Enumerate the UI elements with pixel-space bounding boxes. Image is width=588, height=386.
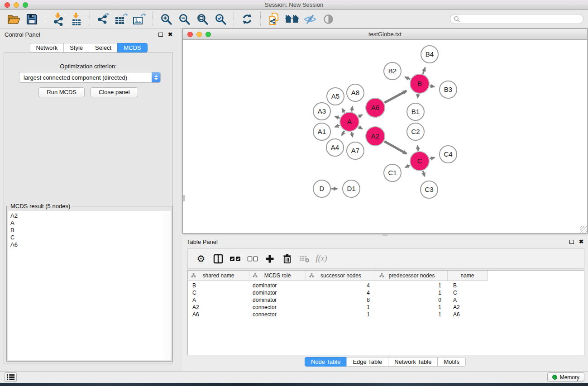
- table-row[interactable]: C dominator 4 1 C: [188, 289, 584, 296]
- tab-network-table[interactable]: Network Table: [388, 357, 438, 367]
- refresh-button[interactable]: [239, 11, 255, 27]
- edge-C-C3[interactable]: [423, 171, 425, 176]
- fx-icon: f(x): [316, 254, 327, 263]
- vertical-scroll-thumb[interactable]: [183, 195, 185, 201]
- save-session-button[interactable]: [24, 11, 39, 27]
- select-all-icon: [229, 256, 241, 262]
- search-input[interactable]: [460, 16, 580, 22]
- float-panel-icon[interactable]: [158, 33, 163, 37]
- edge-A-A1[interactable]: [335, 125, 339, 127]
- edge-C-C4[interactable]: [430, 157, 434, 158]
- cell-shared-name: A2: [188, 304, 249, 311]
- table-row[interactable]: A2 connector 1 1 A2: [188, 304, 584, 311]
- zoom-selected-button[interactable]: [213, 11, 228, 27]
- columns-icon: [213, 254, 223, 264]
- tab-select[interactable]: Select: [89, 43, 118, 52]
- select-all-button[interactable]: [227, 256, 244, 262]
- edge-C-C2[interactable]: [417, 146, 418, 151]
- hide-graphics-button[interactable]: [302, 11, 318, 27]
- zoom-out-button[interactable]: [177, 11, 192, 27]
- edge-A-A2[interactable]: [359, 127, 362, 129]
- column-header-successor-nodes[interactable]: successor nodes: [306, 271, 376, 280]
- column-header-mcds-role[interactable]: MCDS role: [249, 271, 306, 280]
- list-item[interactable]: A6: [10, 241, 171, 248]
- list-item[interactable]: B: [10, 227, 171, 234]
- table-panel: Table Panel ✖ ⚙: [182, 236, 588, 371]
- tab-motifs[interactable]: Motifs: [437, 357, 466, 367]
- deselect-all-icon: [247, 256, 258, 262]
- import-table-button[interactable]: [69, 11, 84, 27]
- control-panel: Control Panel ✖ Network Style Select MCD…: [0, 29, 177, 371]
- column-header-name[interactable]: name: [448, 271, 488, 280]
- export-network-icon: [97, 13, 110, 25]
- edge-A-A6[interactable]: [359, 115, 362, 117]
- clone-network-button[interactable]: [266, 11, 282, 27]
- delete-column-button[interactable]: [278, 254, 296, 264]
- list-item[interactable]: A: [10, 219, 171, 227]
- edge-A-A4[interactable]: [342, 131, 344, 135]
- edge-C-C1[interactable]: [405, 165, 410, 167]
- node-label: A4: [331, 143, 339, 151]
- export-table-button[interactable]: [114, 11, 129, 27]
- export-network-button[interactable]: [96, 11, 111, 27]
- zoom-fit-icon: [196, 13, 209, 25]
- close-panel-icon[interactable]: ✖: [168, 32, 172, 37]
- zoom-fit-button[interactable]: [195, 11, 210, 27]
- network-canvas[interactable]: B4B2BB3A8A5A6A3B1AA1C2A2A4A7C4CC1C3DD1: [183, 40, 587, 233]
- column-settings-button[interactable]: [210, 254, 227, 264]
- result-list-scrollbar[interactable]: [165, 211, 171, 360]
- zoom-in-button[interactable]: [158, 11, 174, 27]
- edge-A6-B[interactable]: [384, 91, 406, 103]
- edge-A-A5[interactable]: [342, 109, 344, 113]
- close-panel-button[interactable]: Close panel: [91, 87, 138, 97]
- mcds-tab-content: Optimization criterion: largest connecte…: [4, 52, 173, 363]
- table-row[interactable]: B dominator 4 1 B: [188, 282, 584, 289]
- edge-A-A7[interactable]: [352, 132, 353, 137]
- edge-A-A8[interactable]: [352, 106, 353, 111]
- tab-node-table[interactable]: Node Table: [305, 357, 347, 367]
- close-panel-icon[interactable]: ✖: [579, 239, 583, 244]
- houses-icon: [284, 13, 300, 25]
- import-network-button[interactable]: [51, 11, 66, 27]
- column-header-predecessor-nodes[interactable]: predecessor nodes: [376, 271, 448, 280]
- network-view-window: testGlobe.txt B4B2BB3A8A5A6A3B1AA1C2A2A4…: [182, 29, 588, 234]
- column-type-icon: [379, 273, 384, 278]
- deselect-all-button[interactable]: [244, 256, 261, 262]
- list-item[interactable]: A2: [10, 212, 171, 219]
- column-header-shared-name[interactable]: shared name: [188, 271, 249, 280]
- tab-network[interactable]: Network: [29, 43, 64, 52]
- table-row[interactable]: A6 connector 1 1 A6: [188, 311, 584, 318]
- edge-B-B3[interactable]: [430, 86, 435, 87]
- memory-button[interactable]: Memory: [547, 372, 584, 382]
- tab-mcds[interactable]: MCDS: [117, 43, 147, 52]
- show-graphics-button[interactable]: [320, 11, 336, 27]
- edge-A-A3[interactable]: [335, 116, 339, 118]
- cell-predecessor-nodes: 1: [376, 304, 448, 311]
- node-label: B4: [425, 50, 434, 58]
- edge-B-B2[interactable]: [405, 77, 410, 79]
- float-panel-icon[interactable]: [569, 240, 574, 244]
- edge-B-B1[interactable]: [417, 94, 418, 98]
- run-mcds-button[interactable]: Run MCDS: [38, 87, 85, 97]
- column-label: name: [460, 272, 474, 279]
- resize-grip[interactable]: [580, 226, 587, 233]
- table-row[interactable]: A dominator 8 0 A: [188, 296, 584, 304]
- edge-A2-C[interactable]: [384, 141, 406, 154]
- open-session-button[interactable]: [6, 11, 21, 27]
- task-history-button[interactable]: [5, 372, 17, 382]
- node-label: A2: [371, 132, 379, 140]
- node-label: B1: [411, 108, 420, 115]
- export-image-button[interactable]: [132, 11, 147, 27]
- tab-style[interactable]: Style: [63, 43, 89, 52]
- open-folder-icon: [7, 13, 20, 25]
- network-window-title: testGlobe.txt: [183, 31, 587, 38]
- edge-B-B4[interactable]: [423, 67, 425, 74]
- criterion-select[interactable]: largest connected component (directed): [19, 72, 161, 83]
- home-view-button[interactable]: [284, 11, 300, 27]
- add-column-button[interactable]: [261, 254, 278, 263]
- list-item[interactable]: C: [10, 234, 171, 241]
- tab-edge-table[interactable]: Edge Table: [346, 357, 388, 367]
- toolbar-separator: [90, 12, 90, 26]
- table-settings-button[interactable]: ⚙: [192, 254, 210, 263]
- node-label: A5: [331, 92, 339, 100]
